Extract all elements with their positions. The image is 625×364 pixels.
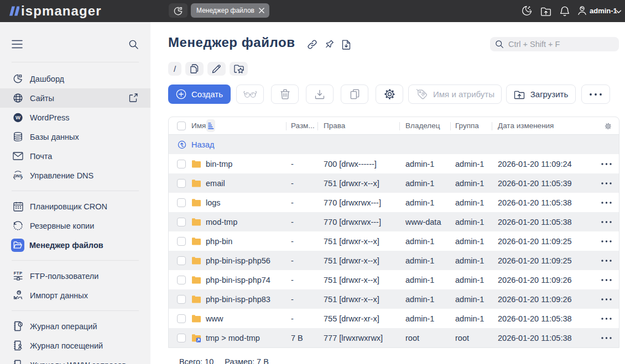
svg-text:W: W bbox=[15, 114, 20, 120]
svg-text:FTP: FTP bbox=[14, 271, 23, 276]
svg-text:DNS: DNS bbox=[14, 173, 22, 178]
